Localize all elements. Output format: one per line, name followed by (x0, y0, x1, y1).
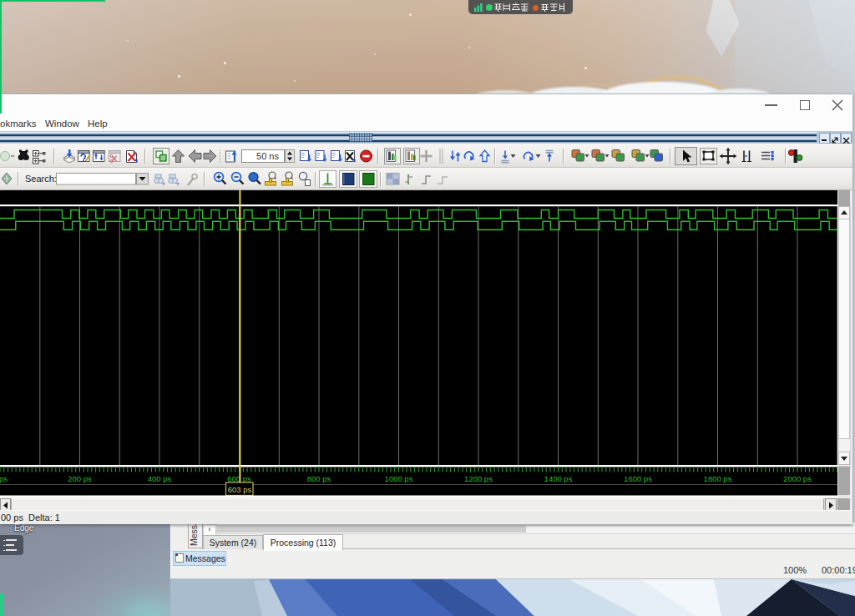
svg-text:1000 ps: 1000 ps (385, 474, 413, 483)
svg-text:1600 ps: 1600 ps (624, 474, 652, 483)
svg-text:50 ns: 50 ns (256, 151, 279, 161)
svg-text:1200 ps: 1200 ps (464, 474, 493, 483)
svg-text:200 ps: 200 ps (68, 474, 92, 483)
svg-text:0 ps: 0 ps (0, 474, 8, 483)
svg-text:2000 ps: 2000 ps (783, 474, 812, 483)
svg-text:603 ps: 603 ps (228, 485, 252, 494)
svg-text:400 ps: 400 ps (148, 474, 172, 483)
svg-text:1400 ps: 1400 ps (544, 474, 573, 483)
svg-text:800 ps: 800 ps (307, 474, 331, 483)
svg-text:Search:: Search: (25, 174, 57, 184)
svg-text:1800 ps: 1800 ps (704, 474, 732, 483)
